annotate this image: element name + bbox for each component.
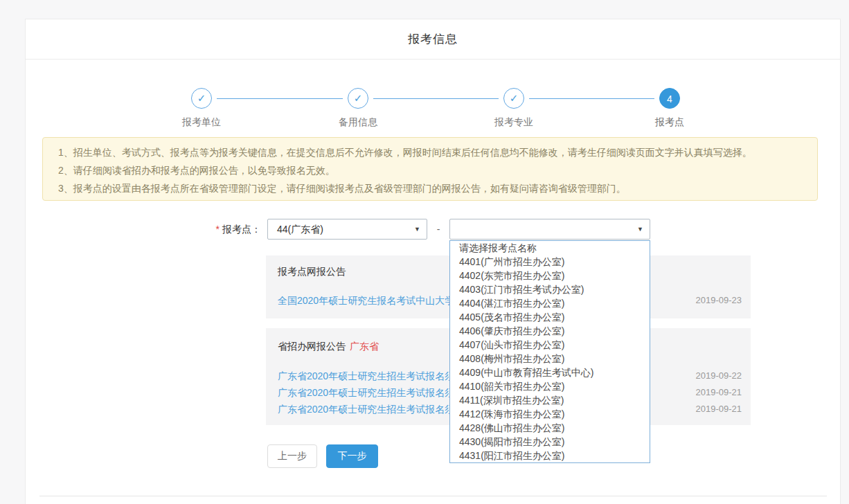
dropdown-option[interactable]: 4407(汕头市招生办公室) xyxy=(450,338,650,352)
step-3-done: ✓报考专业 xyxy=(472,88,555,129)
dropdown-option[interactable]: 4431(阳江市招生办公室) xyxy=(450,449,650,462)
announcement-date: 2019-09-21 xyxy=(696,384,742,401)
dropdown-option[interactable]: 4412(珠海市招生办公室) xyxy=(450,407,650,421)
stepper: ✓报考单位✓备用信息✓报考专业4报考点 xyxy=(26,60,840,150)
exam-site-field-label: *报考点： xyxy=(26,219,261,240)
province-select-value: 44(广东省) xyxy=(277,224,323,235)
card-header: 报考信息 xyxy=(26,19,840,60)
chevron-down-icon: ▼ xyxy=(637,219,643,239)
exam-site-select[interactable]: ▼ xyxy=(449,219,650,240)
step-label: 报考单位 xyxy=(160,116,243,129)
check-icon: ✓ xyxy=(348,88,368,109)
dropdown-option[interactable]: 4405(茂名市招生办公室) xyxy=(450,310,650,324)
step-number-badge: 4 xyxy=(659,88,680,109)
announcement-link[interactable]: 广东省2020年硕士研究生招生考试报名须 xyxy=(278,370,454,381)
announcement-date: 2019-09-22 xyxy=(696,368,742,384)
dropdown-option[interactable]: 4402(东莞市招生办公室) xyxy=(450,269,650,282)
dropdown-option[interactable]: 4428(佛山市招生办公室) xyxy=(450,421,650,435)
province-tag: 广东省 xyxy=(350,341,379,352)
dropdown-option[interactable]: 4430(揭阳市招生办公室) xyxy=(450,435,650,449)
required-asterisk: * xyxy=(216,224,220,235)
dropdown-option[interactable]: 请选择报考点名称 xyxy=(450,241,650,255)
province-announcement-title-text: 省招办网报公告 xyxy=(278,341,346,352)
dropdown-option[interactable]: 4411(深圳市招生办公室) xyxy=(450,393,650,407)
select-separator: - xyxy=(430,219,447,240)
step-label: 报考专业 xyxy=(472,116,555,129)
notice-line-1: 1、招生单位、考试方式、报考点等为报考关键信息，在提交信息后不允许修改，网报时间… xyxy=(58,143,802,161)
check-icon: ✓ xyxy=(503,88,524,109)
province-select[interactable]: 44(广东省) ▼ xyxy=(267,219,427,240)
announcement-link[interactable]: 广东省2020年硕士研究生招生考试报名须 xyxy=(278,404,454,415)
dropdown-option[interactable]: 4409(中山市教育招生考试中心) xyxy=(450,366,650,379)
registration-card: 报考信息 ✓报考单位✓备用信息✓报考专业4报考点 1、招生单位、考试方式、报考点… xyxy=(25,19,841,504)
footer-divider xyxy=(39,496,827,496)
announcement-link[interactable]: 广东省2020年硕士研究生招生考试报名须 xyxy=(278,387,454,398)
step-2-done: ✓备用信息 xyxy=(316,88,400,129)
chevron-down-icon: ▼ xyxy=(414,219,420,239)
next-step-button[interactable]: 下一步 xyxy=(326,444,378,468)
exam-site-dropdown: 请选择报考点名称4401(广州市招生办公室)4402(东莞市招生办公室)4403… xyxy=(449,240,650,463)
dropdown-option[interactable]: 4401(广州市招生办公室) xyxy=(450,255,650,269)
dropdown-option[interactable]: 4406(肇庆市招生办公室) xyxy=(450,324,650,338)
step-1-done: ✓报考单位 xyxy=(160,88,243,129)
announcement-date: 2019-09-21 xyxy=(696,401,742,417)
step-label: 报考点 xyxy=(628,116,711,129)
exam-site-label-text: 报考点： xyxy=(222,224,261,235)
notice-line-3: 3、报考点的设置由各报考点所在省级管理部门设定，请仔细阅读报考点及省级管理部门的… xyxy=(58,179,802,197)
step-label: 备用信息 xyxy=(316,116,400,129)
prev-step-button[interactable]: 上一步 xyxy=(267,444,317,468)
dropdown-option[interactable]: 4403(江门市招生考试办公室) xyxy=(450,282,650,296)
step-4-active: 4报考点 xyxy=(628,88,711,129)
check-icon: ✓ xyxy=(191,88,212,109)
dropdown-option[interactable]: 4410(韶关市招生办公室) xyxy=(450,379,650,393)
notice-box: 1、招生单位、考试方式、报考点等为报考关键信息，在提交信息后不允许修改，网报时间… xyxy=(42,137,818,201)
page-title: 报考信息 xyxy=(408,31,458,47)
announcement-link[interactable]: 全国2020年硕士研究生报名考试中山大学 xyxy=(278,295,454,306)
dropdown-option[interactable]: 4408(梅州市招生办公室) xyxy=(450,352,650,366)
notice-line-2: 2、请仔细阅读省招办和报考点的网报公告，以免导致报名无效。 xyxy=(58,161,802,179)
dropdown-option[interactable]: 4404(湛江市招生办公室) xyxy=(450,296,650,310)
announcement-date: 2019-09-23 xyxy=(696,292,742,309)
